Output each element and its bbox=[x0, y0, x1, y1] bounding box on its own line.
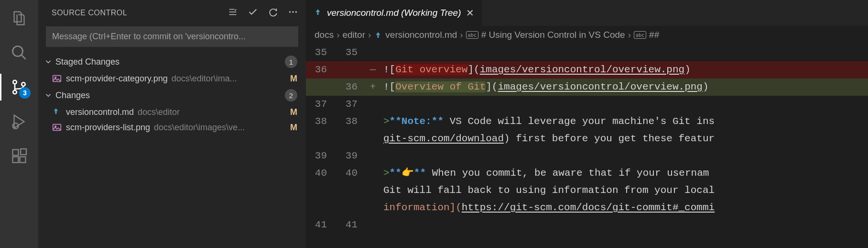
extensions-icon[interactable] bbox=[10, 147, 29, 166]
gutter bbox=[367, 113, 379, 130]
line-number-new: 38 bbox=[336, 113, 367, 130]
section-label: Staged Changes bbox=[55, 57, 119, 67]
line-number-old: 41 bbox=[306, 216, 336, 234]
code-line-added: 36 + ![Overview of Git](images/versionco… bbox=[306, 79, 868, 96]
section-label: Changes bbox=[55, 90, 90, 101]
code-line-deleted: 36 — ![Git overview](images/versioncontr… bbox=[306, 61, 868, 79]
code-line: git-scm.com/download) first before you g… bbox=[306, 130, 868, 147]
svg-point-0 bbox=[13, 46, 23, 56]
code-area[interactable]: 35 35 36 — ![Git overview](images/versio… bbox=[306, 44, 868, 248]
staged-count: 1 bbox=[285, 56, 297, 68]
source-control-panel: SOURCE CONTROL Message (Ctrl+Enter to co… bbox=[38, 0, 306, 248]
chevron-down-icon bbox=[44, 57, 53, 66]
editor-tab[interactable]: versioncontrol.md (Working Tree) ✕ bbox=[306, 0, 482, 26]
svg-point-1 bbox=[13, 80, 17, 84]
explorer-icon[interactable] bbox=[10, 9, 29, 28]
svg-rect-6 bbox=[13, 157, 19, 163]
file-row[interactable]: scm-provider-category.png docs\editor\im… bbox=[38, 71, 306, 86]
line-number-new bbox=[336, 61, 367, 79]
gutter bbox=[367, 130, 379, 147]
gutter bbox=[367, 96, 379, 113]
file-row[interactable]: scm-providers-list.png docs\editor\image… bbox=[38, 120, 306, 135]
code-text bbox=[379, 216, 868, 234]
svg-rect-8 bbox=[21, 149, 26, 155]
svg-point-9 bbox=[289, 11, 291, 12]
line-number-new: 35 bbox=[336, 44, 367, 61]
svg-point-2 bbox=[13, 90, 17, 94]
code-line: 37 37 bbox=[306, 96, 868, 113]
breadcrumb-segment[interactable]: docs bbox=[315, 30, 334, 40]
line-number-old: 35 bbox=[306, 44, 336, 61]
gutter bbox=[367, 199, 379, 216]
commit-message-input[interactable]: Message (Ctrl+Enter to commit on 'versio… bbox=[46, 26, 298, 47]
line-number-old: 40 bbox=[306, 165, 336, 182]
line-number-old: 38 bbox=[306, 113, 336, 130]
changes-header[interactable]: Changes 2 bbox=[38, 86, 306, 104]
code-line: 41 41 bbox=[306, 216, 868, 234]
code-line: information](https://git-scm.com/docs/gi… bbox=[306, 199, 868, 216]
gutter bbox=[367, 165, 379, 182]
markdown-file-icon bbox=[374, 31, 382, 39]
breadcrumb-segment[interactable]: versioncontrol.md bbox=[385, 30, 457, 40]
staged-changes-header[interactable]: Staged Changes 1 bbox=[38, 53, 306, 71]
file-name: scm-providers-list.png bbox=[66, 123, 150, 133]
editor: versioncontrol.md (Working Tree) ✕ docs … bbox=[306, 0, 868, 248]
image-file-icon bbox=[52, 122, 62, 133]
gutter: — bbox=[367, 61, 379, 79]
commit-icon[interactable] bbox=[248, 7, 258, 19]
line-number-old bbox=[306, 182, 336, 199]
file-name: versioncontrol.md bbox=[66, 107, 134, 117]
code-text: ![Git overview](images/versioncontrol/ov… bbox=[379, 61, 868, 79]
search-icon[interactable] bbox=[10, 43, 29, 62]
file-path: docs\editor\images\ve... bbox=[154, 123, 282, 133]
line-number-new bbox=[336, 130, 367, 147]
gutter bbox=[367, 147, 379, 165]
tab-bar: versioncontrol.md (Working Tree) ✕ bbox=[306, 0, 868, 26]
markdown-file-icon bbox=[314, 8, 322, 19]
line-number-old: 39 bbox=[306, 147, 336, 165]
more-icon[interactable] bbox=[288, 7, 298, 19]
code-text: git-scm.com/download) first before you g… bbox=[379, 130, 868, 147]
svg-point-3 bbox=[22, 82, 25, 86]
symbol-string-icon: abc bbox=[634, 31, 646, 39]
refresh-icon[interactable] bbox=[268, 7, 278, 19]
chevron-right-icon: › bbox=[460, 30, 463, 40]
code-text: >**👉** When you commit, be aware that if… bbox=[379, 165, 868, 182]
svg-point-10 bbox=[292, 11, 293, 12]
close-icon[interactable]: ✕ bbox=[466, 7, 474, 19]
line-number-new bbox=[336, 199, 367, 216]
scm-badge: 3 bbox=[19, 87, 31, 99]
view-tree-icon[interactable] bbox=[228, 7, 238, 19]
breadcrumbs[interactable]: docs › editor › versioncontrol.md › abc … bbox=[306, 26, 868, 44]
breadcrumb-segment[interactable]: ## bbox=[649, 30, 659, 40]
panel-actions bbox=[228, 7, 298, 19]
file-status: M bbox=[286, 107, 297, 117]
code-text bbox=[379, 96, 868, 113]
svg-rect-5 bbox=[13, 150, 19, 156]
image-file-icon bbox=[52, 73, 62, 84]
code-text: ![Overview of Git](images/versioncontrol… bbox=[379, 79, 868, 96]
code-text bbox=[379, 147, 868, 165]
file-row[interactable]: versioncontrol.md docs\editor M bbox=[38, 104, 306, 120]
code-line: Git will fall back to using information … bbox=[306, 182, 868, 199]
code-line: 38 38 >**Note:** VS Code will leverage y… bbox=[306, 113, 868, 130]
code-text: Git will fall back to using information … bbox=[379, 182, 868, 199]
chevron-right-icon: › bbox=[368, 30, 371, 40]
chevron-down-icon bbox=[44, 91, 53, 100]
chevron-right-icon: › bbox=[628, 30, 631, 40]
source-control-icon[interactable]: 3 bbox=[10, 78, 29, 97]
run-debug-icon[interactable] bbox=[10, 112, 29, 131]
line-number-old bbox=[306, 199, 336, 216]
breadcrumb-segment[interactable]: # Using Version Control in VS Code bbox=[481, 30, 625, 40]
gutter bbox=[367, 44, 379, 61]
line-number-new: 37 bbox=[336, 96, 367, 113]
code-text: >**Note:** VS Code will leverage your ma… bbox=[379, 113, 868, 130]
svg-point-11 bbox=[295, 11, 297, 12]
file-path: docs\editor bbox=[138, 107, 282, 117]
line-number-old bbox=[306, 79, 336, 96]
code-line: 39 39 bbox=[306, 147, 868, 165]
breadcrumb-segment[interactable]: editor bbox=[342, 30, 365, 40]
code-text bbox=[379, 44, 868, 61]
gutter: + bbox=[367, 79, 379, 96]
file-path: docs\editor\ima... bbox=[172, 74, 282, 84]
